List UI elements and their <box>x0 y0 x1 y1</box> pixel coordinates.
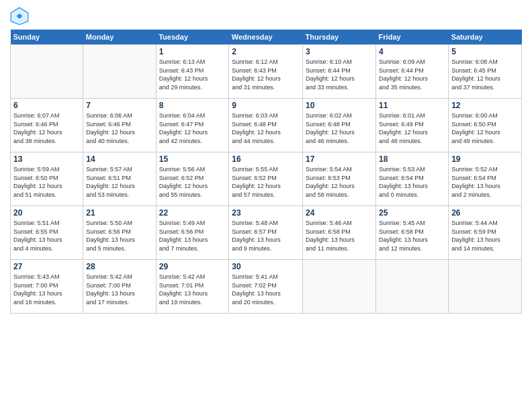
week-row-2: 13Sunrise: 5:59 AM Sunset: 6:50 PM Dayli… <box>11 152 522 206</box>
day-number: 7 <box>86 101 152 110</box>
day-number: 24 <box>306 208 373 218</box>
week-row-3: 20Sunrise: 5:51 AM Sunset: 6:55 PM Dayli… <box>11 206 522 260</box>
calendar-cell <box>83 45 156 99</box>
calendar-table: SundayMondayTuesdayWednesdayThursdayFrid… <box>10 30 522 314</box>
calendar-cell: 15Sunrise: 5:56 AM Sunset: 6:52 PM Dayli… <box>156 152 229 206</box>
day-number: 13 <box>13 154 80 164</box>
day-info: Sunrise: 6:03 AM Sunset: 6:48 PM Dayligh… <box>232 111 300 145</box>
calendar-cell: 26Sunrise: 5:44 AM Sunset: 6:59 PM Dayli… <box>449 206 522 260</box>
calendar-cell: 19Sunrise: 5:52 AM Sunset: 6:54 PM Dayli… <box>449 152 522 206</box>
day-number: 14 <box>86 154 152 164</box>
col-header-sunday: Sunday <box>11 30 83 45</box>
header <box>10 7 522 26</box>
day-info: Sunrise: 5:59 AM Sunset: 6:50 PM Dayligh… <box>13 165 80 199</box>
day-number: 21 <box>86 208 152 218</box>
day-number: 3 <box>306 47 373 56</box>
calendar-cell: 3Sunrise: 6:10 AM Sunset: 6:44 PM Daylig… <box>303 45 376 99</box>
day-number: 10 <box>306 101 373 110</box>
calendar-cell: 7Sunrise: 6:06 AM Sunset: 6:46 PM Daylig… <box>83 99 156 152</box>
week-row-4: 27Sunrise: 5:43 AM Sunset: 7:00 PM Dayli… <box>11 260 522 314</box>
day-info: Sunrise: 5:49 AM Sunset: 6:56 PM Dayligh… <box>159 219 226 253</box>
day-info: Sunrise: 6:02 AM Sunset: 6:48 PM Dayligh… <box>306 111 373 145</box>
col-header-friday: Friday <box>376 30 449 45</box>
day-number: 29 <box>159 262 226 271</box>
calendar-cell: 25Sunrise: 5:45 AM Sunset: 6:58 PM Dayli… <box>376 206 449 260</box>
day-info: Sunrise: 5:50 AM Sunset: 6:56 PM Dayligh… <box>86 219 152 253</box>
day-info: Sunrise: 6:08 AM Sunset: 6:45 PM Dayligh… <box>451 58 519 91</box>
day-number: 1 <box>159 47 226 56</box>
day-info: Sunrise: 5:51 AM Sunset: 6:55 PM Dayligh… <box>13 219 80 253</box>
calendar-cell <box>449 260 522 314</box>
calendar-cell: 8Sunrise: 6:04 AM Sunset: 6:47 PM Daylig… <box>156 99 229 152</box>
day-info: Sunrise: 6:07 AM Sunset: 6:46 PM Dayligh… <box>13 111 80 145</box>
calendar-cell: 12Sunrise: 6:00 AM Sunset: 6:50 PM Dayli… <box>449 99 522 152</box>
day-info: Sunrise: 6:01 AM Sunset: 6:49 PM Dayligh… <box>379 111 445 145</box>
day-number: 30 <box>232 262 300 271</box>
calendar-cell <box>11 45 83 99</box>
day-number: 5 <box>451 47 519 56</box>
day-info: Sunrise: 6:04 AM Sunset: 6:47 PM Dayligh… <box>159 111 226 145</box>
day-info: Sunrise: 5:55 AM Sunset: 6:52 PM Dayligh… <box>232 165 300 199</box>
calendar-cell <box>303 260 376 314</box>
calendar-cell: 24Sunrise: 5:46 AM Sunset: 6:58 PM Dayli… <box>303 206 376 260</box>
day-info: Sunrise: 5:46 AM Sunset: 6:58 PM Dayligh… <box>306 219 373 253</box>
day-number: 6 <box>13 101 80 110</box>
calendar-cell: 13Sunrise: 5:59 AM Sunset: 6:50 PM Dayli… <box>11 152 83 206</box>
day-number: 15 <box>159 154 226 164</box>
day-info: Sunrise: 5:53 AM Sunset: 6:54 PM Dayligh… <box>379 165 445 199</box>
logo <box>10 7 32 26</box>
day-info: Sunrise: 6:13 AM Sunset: 6:43 PM Dayligh… <box>159 58 226 91</box>
calendar-cell <box>376 260 449 314</box>
day-number: 17 <box>306 154 373 164</box>
calendar-cell: 17Sunrise: 5:54 AM Sunset: 6:53 PM Dayli… <box>303 152 376 206</box>
calendar-cell: 4Sunrise: 6:09 AM Sunset: 6:44 PM Daylig… <box>376 45 449 99</box>
day-number: 28 <box>86 262 152 271</box>
day-info: Sunrise: 6:09 AM Sunset: 6:44 PM Dayligh… <box>379 58 445 91</box>
day-number: 18 <box>379 154 445 164</box>
day-info: Sunrise: 5:45 AM Sunset: 6:58 PM Dayligh… <box>379 219 445 253</box>
day-info: Sunrise: 6:00 AM Sunset: 6:50 PM Dayligh… <box>451 111 519 145</box>
day-number: 19 <box>451 154 519 164</box>
calendar-cell: 5Sunrise: 6:08 AM Sunset: 6:45 PM Daylig… <box>449 45 522 99</box>
day-info: Sunrise: 5:43 AM Sunset: 7:00 PM Dayligh… <box>13 273 80 306</box>
logo-icon <box>10 7 29 26</box>
header-row: SundayMondayTuesdayWednesdayThursdayFrid… <box>11 30 522 45</box>
calendar-cell: 16Sunrise: 5:55 AM Sunset: 6:52 PM Dayli… <box>229 152 303 206</box>
day-number: 25 <box>379 208 445 218</box>
calendar-cell: 29Sunrise: 5:42 AM Sunset: 7:01 PM Dayli… <box>156 260 229 314</box>
day-info: Sunrise: 5:52 AM Sunset: 6:54 PM Dayligh… <box>451 165 519 199</box>
day-number: 4 <box>379 47 445 56</box>
week-row-0: 1Sunrise: 6:13 AM Sunset: 6:43 PM Daylig… <box>11 45 522 99</box>
calendar-cell: 22Sunrise: 5:49 AM Sunset: 6:56 PM Dayli… <box>156 206 229 260</box>
col-header-tuesday: Tuesday <box>156 30 229 45</box>
calendar-cell: 1Sunrise: 6:13 AM Sunset: 6:43 PM Daylig… <box>156 45 229 99</box>
calendar-cell: 14Sunrise: 5:57 AM Sunset: 6:51 PM Dayli… <box>83 152 156 206</box>
day-number: 20 <box>13 208 80 218</box>
day-info: Sunrise: 5:48 AM Sunset: 6:57 PM Dayligh… <box>232 219 300 253</box>
week-row-1: 6Sunrise: 6:07 AM Sunset: 6:46 PM Daylig… <box>11 99 522 152</box>
day-number: 16 <box>232 154 300 164</box>
day-info: Sunrise: 5:42 AM Sunset: 7:00 PM Dayligh… <box>86 273 152 306</box>
day-number: 11 <box>379 101 445 110</box>
calendar-cell: 18Sunrise: 5:53 AM Sunset: 6:54 PM Dayli… <box>376 152 449 206</box>
calendar-cell: 20Sunrise: 5:51 AM Sunset: 6:55 PM Dayli… <box>11 206 83 260</box>
calendar-cell: 2Sunrise: 6:12 AM Sunset: 6:43 PM Daylig… <box>229 45 303 99</box>
col-header-monday: Monday <box>83 30 156 45</box>
day-info: Sunrise: 5:56 AM Sunset: 6:52 PM Dayligh… <box>159 165 226 199</box>
day-info: Sunrise: 6:12 AM Sunset: 6:43 PM Dayligh… <box>232 58 300 91</box>
day-info: Sunrise: 5:41 AM Sunset: 7:02 PM Dayligh… <box>232 273 300 306</box>
calendar-cell: 9Sunrise: 6:03 AM Sunset: 6:48 PM Daylig… <box>229 99 303 152</box>
calendar-cell: 21Sunrise: 5:50 AM Sunset: 6:56 PM Dayli… <box>83 206 156 260</box>
day-info: Sunrise: 5:57 AM Sunset: 6:51 PM Dayligh… <box>86 165 152 199</box>
day-number: 23 <box>232 208 300 218</box>
calendar-cell: 10Sunrise: 6:02 AM Sunset: 6:48 PM Dayli… <box>303 99 376 152</box>
day-number: 12 <box>451 101 519 110</box>
day-number: 26 <box>451 208 519 218</box>
day-number: 27 <box>13 262 80 271</box>
day-number: 2 <box>232 47 300 56</box>
day-info: Sunrise: 5:54 AM Sunset: 6:53 PM Dayligh… <box>306 165 373 199</box>
calendar-cell: 23Sunrise: 5:48 AM Sunset: 6:57 PM Dayli… <box>229 206 303 260</box>
col-header-wednesday: Wednesday <box>229 30 303 45</box>
day-number: 9 <box>232 101 300 110</box>
calendar-cell: 28Sunrise: 5:42 AM Sunset: 7:00 PM Dayli… <box>83 260 156 314</box>
